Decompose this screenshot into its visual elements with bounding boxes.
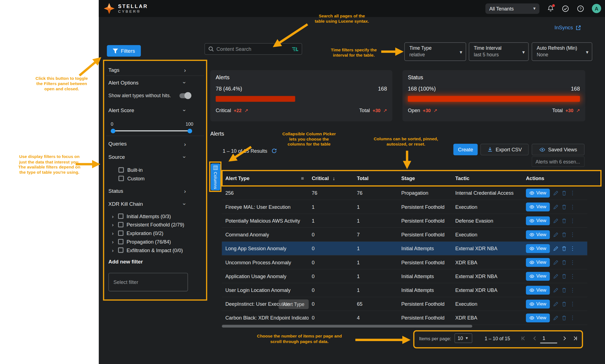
table-row[interactable]: Carbon Black: XDR Endpoint Indicator 0 4… — [222, 311, 587, 325]
edit-button[interactable] — [553, 260, 558, 265]
expand-icon[interactable]: › — [112, 213, 115, 219]
edit-button[interactable] — [553, 204, 558, 209]
next-page-button[interactable] — [561, 335, 567, 341]
more-actions-button[interactable]: ⋮ — [570, 231, 575, 238]
more-actions-button[interactable]: ⋮ — [570, 273, 575, 279]
kill-chain-checkbox[interactable] — [118, 222, 124, 228]
kill-chain-item[interactable]: › Initial Attempts (0/3) — [108, 212, 202, 220]
table-row[interactable]: Application Usage Anomaly 0 1 Initial At… — [222, 269, 587, 283]
more-actions-button[interactable]: ⋮ — [570, 287, 575, 293]
cell-alert-type[interactable]: Application Usage Anomaly — [225, 273, 286, 279]
filter-section-alert-score[interactable]: Alert Score › — [108, 104, 202, 116]
filter-section-queries[interactable]: Queries › — [108, 138, 202, 150]
saved-views-button[interactable]: Saved Views — [532, 144, 585, 155]
horizontal-scrollbar[interactable] — [222, 325, 472, 328]
slider-handle-min[interactable] — [111, 128, 115, 133]
edit-button[interactable] — [553, 301, 558, 306]
more-actions-button[interactable]: ⋮ — [570, 204, 575, 210]
help-button[interactable]: ? — [577, 5, 584, 12]
col-header-tactic[interactable]: Tactic — [455, 175, 470, 181]
show-alert-types-toggle[interactable] — [179, 93, 191, 98]
lucene-syntax-icon[interactable] — [292, 46, 298, 51]
kill-chain-item[interactable]: › Persistent Foothold (2/79) — [108, 220, 202, 229]
more-actions-button[interactable]: ⋮ — [570, 190, 575, 196]
delete-button[interactable] — [562, 232, 566, 237]
filters-toggle-button[interactable]: Filters — [107, 45, 141, 57]
sort-desc-icon[interactable]: ↓ — [333, 175, 335, 181]
kill-chain-item[interactable]: › Exfiltration & Impact (0/0) — [108, 246, 202, 254]
filter-section-kill-chain[interactable]: XDR Kill Chain › — [108, 198, 202, 210]
expand-icon[interactable]: › — [112, 239, 115, 244]
delete-button[interactable] — [562, 204, 566, 209]
edit-button[interactable] — [553, 246, 558, 251]
view-button[interactable]: View — [526, 244, 550, 253]
expand-icon[interactable]: › — [112, 230, 115, 236]
notifications-button[interactable] — [547, 5, 554, 12]
insyncs-link[interactable]: InSyncs — [554, 25, 581, 30]
col-header-total[interactable]: Total — [357, 175, 369, 181]
more-actions-button[interactable]: ⋮ — [570, 301, 575, 307]
time-interval-dropdown[interactable]: Time Interval last 5 hours ▾ — [469, 42, 528, 61]
table-row[interactable]: User Login Location Anomaly 0 1 Initial … — [222, 283, 587, 297]
export-csv-button[interactable]: Export CSV — [480, 144, 528, 155]
delete-button[interactable] — [562, 274, 566, 279]
cell-alert-type[interactable]: Long App Session Anomaly — [225, 246, 286, 251]
edit-button[interactable] — [553, 287, 558, 292]
edit-button[interactable] — [553, 274, 558, 279]
column-menu-icon[interactable]: ≡ — [301, 175, 304, 181]
cell-alert-type[interactable]: 256 — [225, 190, 234, 196]
cell-alert-type[interactable]: Carbon Black: XDR Endpoint Indicator — [225, 315, 309, 321]
delete-button[interactable] — [562, 301, 566, 306]
kill-chain-checkbox[interactable] — [118, 247, 124, 253]
select-filter-input[interactable] — [108, 273, 188, 291]
table-row[interactable]: Fireeye MAL: User Execution 1 1 Persiste… — [222, 200, 587, 214]
first-page-button[interactable] — [520, 335, 526, 341]
current-page-input[interactable] — [540, 333, 557, 343]
auto-refresh-dropdown[interactable]: Auto Refresh (Min) None ▾ — [532, 42, 592, 61]
tenant-selector[interactable]: All Tenants ▾ — [485, 3, 539, 14]
edit-button[interactable] — [553, 218, 558, 223]
slider-handle-max[interactable] — [187, 128, 192, 133]
kill-chain-checkbox[interactable] — [118, 230, 124, 236]
alert-score-slider[interactable] — [112, 130, 191, 131]
refresh-icon[interactable] — [271, 148, 277, 154]
edit-button[interactable] — [553, 232, 558, 237]
more-actions-button[interactable]: ⋮ — [570, 218, 575, 224]
more-actions-button[interactable]: ⋮ — [570, 259, 575, 265]
column-picker-button[interactable]: Columns — [211, 163, 220, 191]
delete-button[interactable] — [562, 218, 566, 223]
delete-button[interactable] — [562, 246, 566, 251]
filter-section-source[interactable]: Source › — [108, 151, 202, 163]
table-row[interactable]: 256 76 76 Propagation Internal Credentia… — [222, 186, 587, 200]
cell-alert-type[interactable]: Fireeye MAL: User Execution — [225, 204, 291, 210]
delete-button[interactable] — [562, 315, 566, 320]
content-search-input[interactable] — [217, 46, 289, 52]
delete-button[interactable] — [562, 287, 566, 292]
view-button[interactable]: View — [526, 258, 550, 267]
expand-icon[interactable]: › — [112, 247, 115, 253]
previous-page-button[interactable] — [532, 335, 538, 341]
kill-chain-checkbox[interactable] — [118, 239, 124, 244]
view-button[interactable]: View — [526, 299, 550, 308]
delete-button[interactable] — [562, 260, 566, 265]
view-button[interactable]: View — [526, 286, 550, 294]
source-option[interactable]: Built-in — [108, 166, 202, 174]
table-row[interactable]: DeepInstinct: User Execution 0 65 Persis… — [222, 297, 587, 311]
saved-views-selected[interactable]: Alerts with 6 essen... — [532, 157, 585, 167]
view-button[interactable]: View — [526, 313, 550, 322]
more-actions-button[interactable]: ⋮ — [570, 245, 575, 251]
source-checkbox[interactable] — [118, 167, 124, 173]
filter-section-status[interactable]: Status › — [108, 185, 202, 197]
table-row[interactable]: Potentially Malicious AWS Activity 1 1 P… — [222, 214, 587, 228]
edit-button[interactable] — [553, 190, 558, 195]
table-row[interactable]: Command Anomaly 0 7 Persistent Foothold … — [222, 228, 587, 242]
kill-chain-checkbox[interactable] — [118, 213, 124, 219]
col-header-stage[interactable]: Stage — [401, 175, 415, 181]
edit-button[interactable] — [553, 315, 558, 320]
expand-icon[interactable]: › — [112, 222, 115, 228]
cell-alert-type[interactable]: Uncommon Process Anomaly — [225, 259, 291, 265]
source-option[interactable]: Custom — [108, 174, 202, 183]
filter-section-alert-options[interactable]: Alert Options › — [108, 77, 202, 88]
cell-alert-type[interactable]: Command Anomaly — [225, 232, 269, 238]
tasks-button[interactable] — [562, 5, 569, 12]
